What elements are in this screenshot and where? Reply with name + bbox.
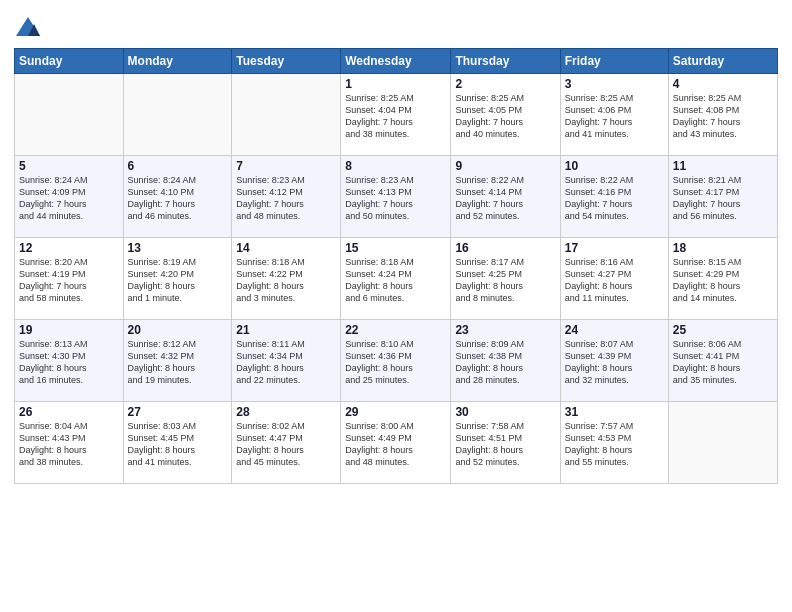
day-cell-22: 22Sunrise: 8:10 AM Sunset: 4:36 PM Dayli…	[341, 320, 451, 402]
day-number: 31	[565, 405, 664, 419]
day-number: 7	[236, 159, 336, 173]
day-info: Sunrise: 8:04 AM Sunset: 4:43 PM Dayligh…	[19, 420, 119, 469]
header-tuesday: Tuesday	[232, 49, 341, 74]
header	[14, 10, 778, 42]
day-number: 23	[455, 323, 555, 337]
day-info: Sunrise: 8:15 AM Sunset: 4:29 PM Dayligh…	[673, 256, 773, 305]
day-number: 17	[565, 241, 664, 255]
calendar-table: SundayMondayTuesdayWednesdayThursdayFrid…	[14, 48, 778, 484]
day-info: Sunrise: 8:16 AM Sunset: 4:27 PM Dayligh…	[565, 256, 664, 305]
day-cell-12: 12Sunrise: 8:20 AM Sunset: 4:19 PM Dayli…	[15, 238, 124, 320]
day-number: 27	[128, 405, 228, 419]
day-cell-1: 1Sunrise: 8:25 AM Sunset: 4:04 PM Daylig…	[341, 74, 451, 156]
day-info: Sunrise: 8:06 AM Sunset: 4:41 PM Dayligh…	[673, 338, 773, 387]
day-cell-23: 23Sunrise: 8:09 AM Sunset: 4:38 PM Dayli…	[451, 320, 560, 402]
day-info: Sunrise: 8:24 AM Sunset: 4:10 PM Dayligh…	[128, 174, 228, 223]
day-info: Sunrise: 8:20 AM Sunset: 4:19 PM Dayligh…	[19, 256, 119, 305]
day-info: Sunrise: 8:02 AM Sunset: 4:47 PM Dayligh…	[236, 420, 336, 469]
header-saturday: Saturday	[668, 49, 777, 74]
day-cell-29: 29Sunrise: 8:00 AM Sunset: 4:49 PM Dayli…	[341, 402, 451, 484]
header-wednesday: Wednesday	[341, 49, 451, 74]
day-number: 21	[236, 323, 336, 337]
header-friday: Friday	[560, 49, 668, 74]
day-cell-18: 18Sunrise: 8:15 AM Sunset: 4:29 PM Dayli…	[668, 238, 777, 320]
day-info: Sunrise: 8:22 AM Sunset: 4:16 PM Dayligh…	[565, 174, 664, 223]
day-cell-24: 24Sunrise: 8:07 AM Sunset: 4:39 PM Dayli…	[560, 320, 668, 402]
day-number: 13	[128, 241, 228, 255]
day-number: 15	[345, 241, 446, 255]
day-number: 19	[19, 323, 119, 337]
day-info: Sunrise: 7:57 AM Sunset: 4:53 PM Dayligh…	[565, 420, 664, 469]
empty-cell	[232, 74, 341, 156]
day-info: Sunrise: 8:21 AM Sunset: 4:17 PM Dayligh…	[673, 174, 773, 223]
week-row-4: 26Sunrise: 8:04 AM Sunset: 4:43 PM Dayli…	[15, 402, 778, 484]
day-cell-17: 17Sunrise: 8:16 AM Sunset: 4:27 PM Dayli…	[560, 238, 668, 320]
day-info: Sunrise: 8:10 AM Sunset: 4:36 PM Dayligh…	[345, 338, 446, 387]
day-info: Sunrise: 8:25 AM Sunset: 4:08 PM Dayligh…	[673, 92, 773, 141]
day-cell-16: 16Sunrise: 8:17 AM Sunset: 4:25 PM Dayli…	[451, 238, 560, 320]
day-cell-26: 26Sunrise: 8:04 AM Sunset: 4:43 PM Dayli…	[15, 402, 124, 484]
week-row-1: 5Sunrise: 8:24 AM Sunset: 4:09 PM Daylig…	[15, 156, 778, 238]
day-number: 18	[673, 241, 773, 255]
day-info: Sunrise: 8:00 AM Sunset: 4:49 PM Dayligh…	[345, 420, 446, 469]
day-number: 20	[128, 323, 228, 337]
day-cell-14: 14Sunrise: 8:18 AM Sunset: 4:22 PM Dayli…	[232, 238, 341, 320]
day-number: 8	[345, 159, 446, 173]
empty-cell	[15, 74, 124, 156]
day-number: 28	[236, 405, 336, 419]
day-number: 29	[345, 405, 446, 419]
day-info: Sunrise: 8:25 AM Sunset: 4:06 PM Dayligh…	[565, 92, 664, 141]
day-info: Sunrise: 8:09 AM Sunset: 4:38 PM Dayligh…	[455, 338, 555, 387]
logo-icon	[14, 14, 42, 42]
week-row-0: 1Sunrise: 8:25 AM Sunset: 4:04 PM Daylig…	[15, 74, 778, 156]
day-number: 5	[19, 159, 119, 173]
day-cell-10: 10Sunrise: 8:22 AM Sunset: 4:16 PM Dayli…	[560, 156, 668, 238]
day-number: 9	[455, 159, 555, 173]
day-number: 25	[673, 323, 773, 337]
day-info: Sunrise: 7:58 AM Sunset: 4:51 PM Dayligh…	[455, 420, 555, 469]
day-info: Sunrise: 8:19 AM Sunset: 4:20 PM Dayligh…	[128, 256, 228, 305]
day-info: Sunrise: 8:13 AM Sunset: 4:30 PM Dayligh…	[19, 338, 119, 387]
header-monday: Monday	[123, 49, 232, 74]
logo	[14, 14, 46, 42]
day-info: Sunrise: 8:17 AM Sunset: 4:25 PM Dayligh…	[455, 256, 555, 305]
day-cell-13: 13Sunrise: 8:19 AM Sunset: 4:20 PM Dayli…	[123, 238, 232, 320]
day-info: Sunrise: 8:11 AM Sunset: 4:34 PM Dayligh…	[236, 338, 336, 387]
day-number: 1	[345, 77, 446, 91]
day-info: Sunrise: 8:18 AM Sunset: 4:22 PM Dayligh…	[236, 256, 336, 305]
empty-cell	[123, 74, 232, 156]
day-number: 14	[236, 241, 336, 255]
empty-cell	[668, 402, 777, 484]
day-cell-8: 8Sunrise: 8:23 AM Sunset: 4:13 PM Daylig…	[341, 156, 451, 238]
day-cell-21: 21Sunrise: 8:11 AM Sunset: 4:34 PM Dayli…	[232, 320, 341, 402]
header-thursday: Thursday	[451, 49, 560, 74]
day-cell-3: 3Sunrise: 8:25 AM Sunset: 4:06 PM Daylig…	[560, 74, 668, 156]
day-cell-11: 11Sunrise: 8:21 AM Sunset: 4:17 PM Dayli…	[668, 156, 777, 238]
day-cell-30: 30Sunrise: 7:58 AM Sunset: 4:51 PM Dayli…	[451, 402, 560, 484]
day-cell-4: 4Sunrise: 8:25 AM Sunset: 4:08 PM Daylig…	[668, 74, 777, 156]
day-info: Sunrise: 8:25 AM Sunset: 4:04 PM Dayligh…	[345, 92, 446, 141]
day-number: 16	[455, 241, 555, 255]
day-number: 11	[673, 159, 773, 173]
day-info: Sunrise: 8:18 AM Sunset: 4:24 PM Dayligh…	[345, 256, 446, 305]
day-info: Sunrise: 8:03 AM Sunset: 4:45 PM Dayligh…	[128, 420, 228, 469]
day-number: 12	[19, 241, 119, 255]
day-number: 26	[19, 405, 119, 419]
day-cell-20: 20Sunrise: 8:12 AM Sunset: 4:32 PM Dayli…	[123, 320, 232, 402]
day-number: 10	[565, 159, 664, 173]
day-number: 30	[455, 405, 555, 419]
day-cell-27: 27Sunrise: 8:03 AM Sunset: 4:45 PM Dayli…	[123, 402, 232, 484]
week-row-2: 12Sunrise: 8:20 AM Sunset: 4:19 PM Dayli…	[15, 238, 778, 320]
day-cell-28: 28Sunrise: 8:02 AM Sunset: 4:47 PM Dayli…	[232, 402, 341, 484]
day-info: Sunrise: 8:25 AM Sunset: 4:05 PM Dayligh…	[455, 92, 555, 141]
day-cell-2: 2Sunrise: 8:25 AM Sunset: 4:05 PM Daylig…	[451, 74, 560, 156]
day-number: 24	[565, 323, 664, 337]
day-info: Sunrise: 8:12 AM Sunset: 4:32 PM Dayligh…	[128, 338, 228, 387]
day-cell-19: 19Sunrise: 8:13 AM Sunset: 4:30 PM Dayli…	[15, 320, 124, 402]
header-sunday: Sunday	[15, 49, 124, 74]
day-cell-25: 25Sunrise: 8:06 AM Sunset: 4:41 PM Dayli…	[668, 320, 777, 402]
day-cell-31: 31Sunrise: 7:57 AM Sunset: 4:53 PM Dayli…	[560, 402, 668, 484]
day-number: 3	[565, 77, 664, 91]
day-info: Sunrise: 8:23 AM Sunset: 4:13 PM Dayligh…	[345, 174, 446, 223]
calendar-header-row: SundayMondayTuesdayWednesdayThursdayFrid…	[15, 49, 778, 74]
